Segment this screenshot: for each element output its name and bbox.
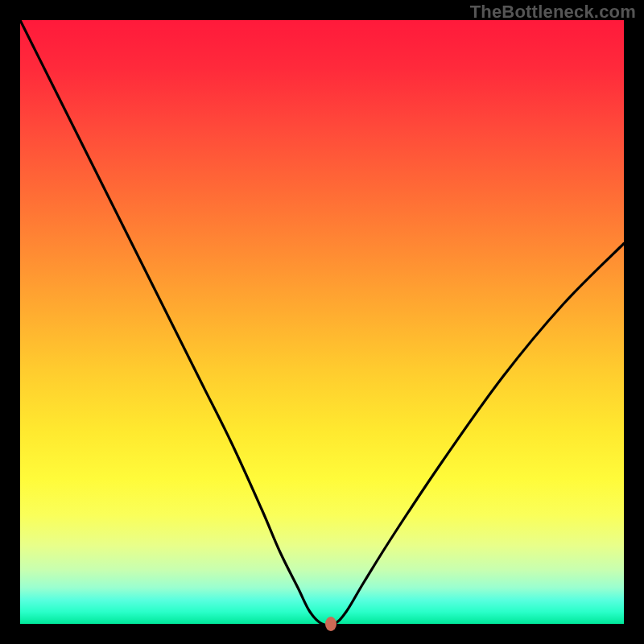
bottleneck-curve xyxy=(20,20,624,624)
watermark-text: TheBottleneck.com xyxy=(470,2,636,23)
optimum-marker xyxy=(325,617,336,631)
plot-area xyxy=(20,20,624,624)
curve-path xyxy=(20,20,624,625)
chart-frame: TheBottleneck.com xyxy=(0,0,644,644)
